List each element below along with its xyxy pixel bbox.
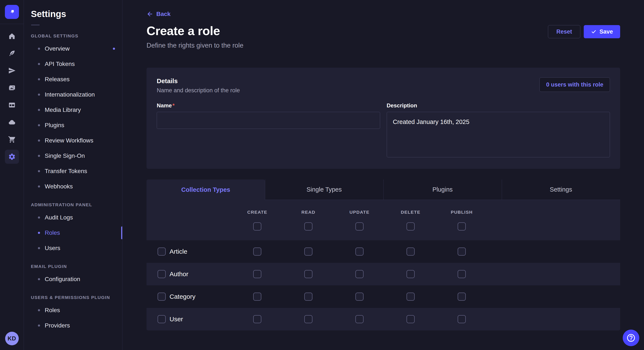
author-select-checkbox[interactable] (158, 270, 166, 278)
releases-paper-plane-icon[interactable] (5, 64, 19, 78)
check-icon (591, 29, 596, 34)
tab-plugins[interactable]: Plugins (383, 179, 502, 200)
strapi-logo[interactable] (5, 5, 19, 19)
user-update-checkbox[interactable] (356, 315, 364, 323)
select-all-read-checkbox[interactable] (304, 222, 312, 230)
user-publish-checkbox[interactable] (458, 315, 466, 323)
category-read-checkbox[interactable] (304, 293, 312, 301)
sidebar-item-label: Overview (45, 45, 70, 52)
media-library-pictures-icon[interactable] (5, 81, 19, 95)
help-button[interactable] (623, 330, 639, 346)
permission-cell (385, 247, 436, 256)
select-all-delete-checkbox[interactable] (406, 222, 415, 230)
sidebar-title: Settings (31, 9, 122, 19)
bullet-icon (38, 278, 40, 280)
sidebar-item-audit-logs[interactable]: Audit Logs (24, 210, 122, 225)
strapi-logo-icon (5, 5, 19, 19)
article-select-checkbox[interactable] (158, 247, 166, 256)
content-manager-feather-icon[interactable] (5, 46, 19, 60)
sidebar-item-internationalization[interactable]: Internationalization (24, 87, 122, 102)
tab-settings[interactable]: Settings (502, 179, 620, 200)
sidebar-item-overview[interactable]: Overview (24, 41, 122, 56)
reset-button[interactable]: Reset (548, 25, 580, 38)
article-create-checkbox[interactable] (253, 247, 261, 256)
permissions-rows: ArticleAuthorCategoryUser (146, 240, 620, 331)
sidebar-item-roles[interactable]: Roles (24, 225, 122, 240)
tab-single-types[interactable]: Single Types (265, 179, 383, 200)
cloud-icon[interactable] (5, 115, 19, 129)
sidebar-item-review-workflows[interactable]: Review Workflows (24, 133, 122, 148)
user-read-checkbox[interactable] (304, 315, 312, 323)
article-publish-checkbox[interactable] (458, 247, 466, 256)
description-field-group: Description Created January 16th, 2025 (387, 102, 610, 158)
article-update-checkbox[interactable] (356, 247, 364, 256)
home-icon[interactable] (5, 29, 19, 43)
active-indicator (121, 226, 122, 239)
permission-row-article: Article (146, 240, 620, 263)
sidebar-item-label: Audit Logs (45, 214, 73, 221)
sidebar-item-single-sign-on[interactable]: Single Sign-On (24, 148, 122, 164)
author-create-checkbox[interactable] (253, 270, 261, 278)
user-select-checkbox[interactable] (158, 315, 166, 323)
description-textarea[interactable]: Created January 16th, 2025 (387, 112, 610, 157)
user-create-checkbox[interactable] (253, 315, 261, 323)
notification-dot (113, 48, 115, 50)
settings-gear-icon[interactable] (5, 150, 19, 164)
column-label-create: CREATE (232, 210, 283, 215)
marketplace-cart-icon[interactable] (5, 133, 19, 147)
user-avatar[interactable]: KD (5, 332, 19, 345)
sidebar-item-api-tokens[interactable]: API Tokens (24, 56, 122, 72)
category-publish-checkbox[interactable] (458, 293, 466, 301)
permission-cell (283, 315, 334, 323)
author-publish-checkbox[interactable] (458, 270, 466, 278)
category-update-checkbox[interactable] (356, 293, 364, 301)
user-delete-checkbox[interactable] (406, 315, 415, 323)
article-read-checkbox[interactable] (304, 247, 312, 256)
select-all-update-checkbox[interactable] (356, 222, 364, 230)
required-mark: * (172, 102, 175, 109)
sidebar-item-releases[interactable]: Releases (24, 72, 122, 87)
sidebar-item-providers[interactable]: Providers (24, 318, 122, 333)
author-delete-checkbox[interactable] (406, 270, 415, 278)
permission-cell (232, 247, 283, 256)
nav-section-users-permissions-plugin: USERS & PERMISSIONS PLUGINRolesProviders (24, 295, 122, 333)
bullet-icon (38, 325, 40, 327)
column-label-update: UPDATE (334, 210, 385, 215)
article-delete-checkbox[interactable] (406, 247, 415, 256)
permission-cell (283, 293, 334, 301)
tab-collection-types[interactable]: Collection Types (146, 179, 265, 200)
name-input[interactable] (157, 112, 380, 129)
category-delete-checkbox[interactable] (406, 293, 415, 301)
sidebar-item-configuration[interactable]: Configuration (24, 272, 122, 287)
author-update-checkbox[interactable] (356, 270, 364, 278)
details-card: Details Name and description of the role… (146, 68, 620, 169)
sidebar-item-label: Providers (45, 322, 70, 329)
sidebar-item-transfer-tokens[interactable]: Transfer Tokens (24, 164, 122, 179)
content-type-builder-layout-icon[interactable] (5, 98, 19, 112)
category-create-checkbox[interactable] (253, 293, 261, 301)
users-with-role-button[interactable]: 0 users with this role (540, 77, 610, 92)
sidebar-item-users[interactable]: Users (24, 240, 122, 256)
select-all-publish-checkbox[interactable] (458, 222, 466, 230)
page-title: Create a role (146, 23, 220, 38)
save-button[interactable]: Save (584, 25, 620, 38)
select-all-cell (385, 222, 436, 230)
category-select-checkbox[interactable] (158, 293, 166, 301)
sidebar-item-media-library[interactable]: Media Library (24, 102, 122, 118)
column-label-publish: PUBLISH (436, 210, 487, 215)
sidebar-item-webhooks[interactable]: Webhooks (24, 179, 122, 194)
permissions-header: CREATEREADUPDATEDELETEPUBLISH (146, 200, 620, 240)
author-read-checkbox[interactable] (304, 270, 312, 278)
sidebar-item-plugins[interactable]: Plugins (24, 118, 122, 133)
row-label: Category (170, 293, 196, 300)
nav-section-administration-panel: ADMINISTRATION PANELAudit LogsRolesUsers (24, 202, 122, 256)
name-field-group: Name* (157, 102, 380, 158)
main-content: Back Create a role Reset Save Define the… (123, 0, 644, 350)
select-all-create-checkbox[interactable] (253, 222, 261, 230)
back-link[interactable]: Back (146, 11, 170, 17)
sidebar-item-label: Media Library (45, 107, 81, 113)
sidebar-item-roles[interactable]: Roles (24, 303, 122, 318)
back-label: Back (156, 11, 170, 17)
sidebar-item-label: Webhooks (45, 183, 73, 190)
page-header: Create a role Reset Save (146, 23, 620, 38)
